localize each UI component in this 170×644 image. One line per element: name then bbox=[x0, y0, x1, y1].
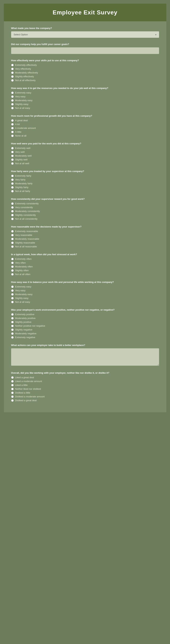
radio-option-q6-2[interactable]: Moderately well bbox=[11, 154, 159, 157]
radio-option-q14-3[interactable]: Neither liked nor disliked bbox=[11, 388, 159, 390]
radio-input-q6-4[interactable] bbox=[11, 162, 14, 165]
radio-option-q5-0[interactable]: A great deal bbox=[11, 119, 159, 122]
radio-option-q6-4[interactable]: Not at all well bbox=[11, 162, 159, 165]
radio-option-q5-3[interactable]: A little bbox=[11, 130, 159, 133]
radio-option-q6-1[interactable]: Very well bbox=[11, 150, 159, 153]
radio-input-q7-3[interactable] bbox=[11, 186, 14, 189]
radio-option-q7-2[interactable]: Moderately fairly bbox=[11, 182, 159, 185]
radio-input-q11-2[interactable] bbox=[11, 293, 14, 296]
radio-input-q7-2[interactable] bbox=[11, 182, 14, 185]
radio-input-q3-3[interactable] bbox=[11, 75, 14, 78]
radio-input-q6-0[interactable] bbox=[11, 147, 14, 150]
radio-option-q5-4[interactable]: None at all bbox=[11, 134, 159, 137]
radio-input-q10-2[interactable] bbox=[11, 266, 14, 268]
textarea-q13[interactable] bbox=[11, 348, 159, 366]
radio-input-q8-0[interactable] bbox=[11, 202, 14, 205]
radio-option-q11-4[interactable]: Not at all easy bbox=[11, 300, 159, 303]
radio-option-q7-3[interactable]: Slightly fairly bbox=[11, 186, 159, 189]
select-q1[interactable]: Select OptionBetter opportunityWork-life… bbox=[11, 31, 159, 38]
radio-input-q4-4[interactable] bbox=[11, 107, 14, 109]
radio-option-q12-6[interactable]: Extremely negative bbox=[11, 336, 159, 339]
radio-option-q14-6[interactable]: Disliked a great deal bbox=[11, 399, 159, 402]
radio-input-q14-3[interactable] bbox=[11, 388, 14, 390]
radio-input-q3-4[interactable] bbox=[11, 79, 14, 82]
radio-option-q14-5[interactable]: Disliked a moderate amount bbox=[11, 395, 159, 398]
radio-input-q14-0[interactable] bbox=[11, 376, 14, 379]
radio-option-q12-3[interactable]: Neither positive nor negative bbox=[11, 324, 159, 327]
radio-option-q9-3[interactable]: Slightly reasonable bbox=[11, 241, 159, 244]
radio-input-q5-0[interactable] bbox=[11, 119, 14, 122]
radio-input-q10-0[interactable] bbox=[11, 258, 14, 260]
radio-input-q12-2[interactable] bbox=[11, 321, 14, 323]
radio-input-q8-4[interactable] bbox=[11, 218, 14, 220]
radio-option-q10-1[interactable]: Very often bbox=[11, 262, 159, 264]
radio-input-q8-3[interactable] bbox=[11, 214, 14, 216]
radio-input-q12-3[interactable] bbox=[11, 325, 14, 327]
radio-input-q14-1[interactable] bbox=[11, 380, 14, 382]
radio-input-q10-4[interactable] bbox=[11, 273, 14, 276]
radio-option-q5-2[interactable]: A moderate amount bbox=[11, 127, 159, 130]
radio-input-q14-5[interactable] bbox=[11, 395, 14, 398]
radio-option-q14-2[interactable]: Liked a little bbox=[11, 384, 159, 386]
radio-input-q12-1[interactable] bbox=[11, 317, 14, 320]
text-input-q2[interactable] bbox=[11, 48, 159, 54]
radio-input-q7-1[interactable] bbox=[11, 178, 14, 181]
radio-option-q7-0[interactable]: Extremely fairly bbox=[11, 174, 159, 177]
radio-option-q3-2[interactable]: Moderately effectively bbox=[11, 71, 159, 74]
radio-option-q4-2[interactable]: Moderately easy bbox=[11, 99, 159, 102]
radio-option-q4-3[interactable]: Slightly easy bbox=[11, 103, 159, 106]
radio-option-q9-4[interactable]: Not at all reasonable bbox=[11, 245, 159, 248]
radio-option-q3-1[interactable]: Very effectively bbox=[11, 68, 159, 70]
radio-input-q5-3[interactable] bbox=[11, 131, 14, 133]
radio-input-q11-0[interactable] bbox=[11, 286, 14, 288]
radio-option-q3-3[interactable]: Slightly effectively bbox=[11, 75, 159, 78]
radio-input-q10-1[interactable] bbox=[11, 262, 14, 264]
radio-option-q11-2[interactable]: Moderately easy bbox=[11, 293, 159, 296]
radio-input-q14-4[interactable] bbox=[11, 392, 14, 394]
radio-option-q3-0[interactable]: Extremely effectively bbox=[11, 64, 159, 66]
radio-input-q6-3[interactable] bbox=[11, 158, 14, 161]
radio-input-q8-2[interactable] bbox=[11, 210, 14, 212]
radio-input-q12-0[interactable] bbox=[11, 313, 14, 316]
radio-input-q9-2[interactable] bbox=[11, 238, 14, 240]
radio-input-q6-1[interactable] bbox=[11, 151, 14, 153]
radio-option-q7-4[interactable]: Not at all fairly bbox=[11, 190, 159, 192]
radio-input-q9-0[interactable] bbox=[11, 230, 14, 232]
radio-option-q12-4[interactable]: Slightly negative bbox=[11, 328, 159, 331]
radio-input-q4-2[interactable] bbox=[11, 99, 14, 102]
radio-input-q4-0[interactable] bbox=[11, 92, 14, 94]
radio-input-q11-1[interactable] bbox=[11, 289, 14, 292]
radio-input-q9-1[interactable] bbox=[11, 234, 14, 236]
radio-option-q3-4[interactable]: Not at all effectively bbox=[11, 79, 159, 82]
radio-option-q6-3[interactable]: Slightly well bbox=[11, 158, 159, 161]
radio-option-q8-4[interactable]: Not at all consistently bbox=[11, 218, 159, 220]
radio-option-q11-1[interactable]: Very easy bbox=[11, 289, 159, 292]
radio-option-q4-0[interactable]: Extremely easy bbox=[11, 91, 159, 94]
radio-option-q8-3[interactable]: Slightly consistently bbox=[11, 214, 159, 216]
radio-input-q14-2[interactable] bbox=[11, 384, 14, 386]
radio-option-q9-1[interactable]: Very reasonable bbox=[11, 234, 159, 236]
radio-option-q12-5[interactable]: Moderately negative bbox=[11, 332, 159, 335]
radio-option-q12-2[interactable]: Slightly positive bbox=[11, 321, 159, 323]
radio-option-q10-2[interactable]: Moderately often bbox=[11, 265, 159, 268]
radio-input-q7-4[interactable] bbox=[11, 190, 14, 192]
radio-option-q10-4[interactable]: Not at all often bbox=[11, 273, 159, 276]
radio-input-q8-1[interactable] bbox=[11, 206, 14, 209]
radio-option-q8-2[interactable]: Moderately consistently bbox=[11, 210, 159, 212]
radio-option-q4-4[interactable]: Not at all easy bbox=[11, 107, 159, 109]
radio-input-q11-3[interactable] bbox=[11, 297, 14, 300]
radio-input-q12-5[interactable] bbox=[11, 332, 14, 335]
radio-input-q12-6[interactable] bbox=[11, 336, 14, 339]
radio-option-q9-2[interactable]: Moderately reasonable bbox=[11, 238, 159, 240]
radio-input-q12-4[interactable] bbox=[11, 328, 14, 331]
radio-option-q11-3[interactable]: Slightly easy bbox=[11, 297, 159, 300]
radio-input-q4-3[interactable] bbox=[11, 103, 14, 106]
radio-option-q8-1[interactable]: Very consistently bbox=[11, 206, 159, 209]
radio-option-q12-0[interactable]: Extremely positive bbox=[11, 313, 159, 316]
radio-option-q14-1[interactable]: Liked a moderate amount bbox=[11, 380, 159, 382]
radio-option-q10-0[interactable]: Extremely often bbox=[11, 258, 159, 260]
radio-input-q14-6[interactable] bbox=[11, 399, 14, 402]
radio-input-q6-2[interactable] bbox=[11, 154, 14, 157]
radio-input-q4-1[interactable] bbox=[11, 95, 14, 98]
radio-option-q6-0[interactable]: Extremely well bbox=[11, 147, 159, 150]
